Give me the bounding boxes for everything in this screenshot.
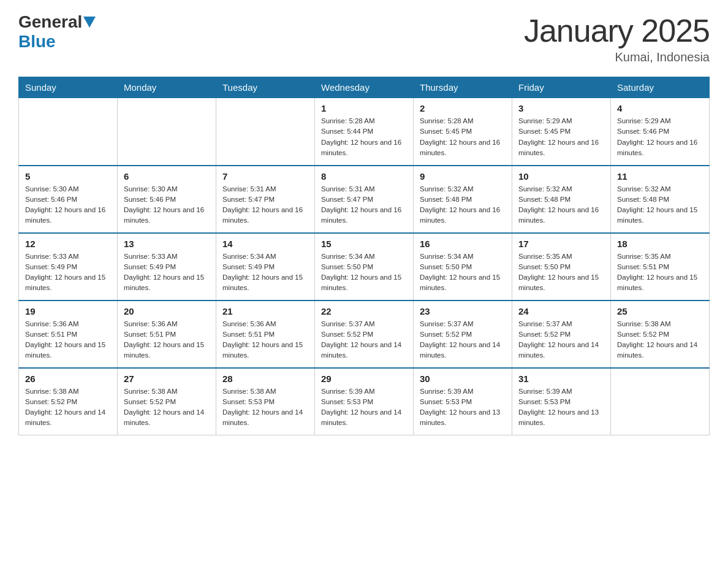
day-info: Sunrise: 5:38 AMSunset: 5:52 PMDaylight:… (124, 386, 210, 429)
day-number: 10 (518, 171, 604, 182)
table-row: 24Sunrise: 5:37 AMSunset: 5:52 PMDayligh… (512, 301, 611, 368)
table-row: 17Sunrise: 5:35 AMSunset: 5:50 PMDayligh… (512, 233, 611, 301)
day-info: Sunrise: 5:32 AMSunset: 5:48 PMDaylight:… (420, 184, 506, 226)
day-number: 8 (321, 171, 407, 182)
day-number: 11 (617, 171, 703, 182)
day-info: Sunrise: 5:35 AMSunset: 5:50 PMDaylight:… (518, 251, 604, 294)
day-number: 7 (222, 171, 308, 182)
table-row: 25Sunrise: 5:38 AMSunset: 5:52 PMDayligh… (611, 301, 710, 368)
day-info: Sunrise: 5:34 AMSunset: 5:50 PMDaylight:… (321, 251, 407, 294)
day-info: Sunrise: 5:39 AMSunset: 5:53 PMDaylight:… (518, 386, 604, 429)
day-number: 14 (222, 239, 308, 249)
day-info: Sunrise: 5:30 AMSunset: 5:46 PMDaylight:… (25, 184, 111, 226)
calendar-table: Sunday Monday Tuesday Wednesday Thursday… (18, 77, 710, 435)
location-label: Kumai, Indonesia (524, 50, 710, 64)
day-info: Sunrise: 5:34 AMSunset: 5:50 PMDaylight:… (420, 251, 506, 294)
logo: General Blue (18, 12, 97, 52)
day-info: Sunrise: 5:36 AMSunset: 5:51 PMDaylight:… (124, 319, 210, 361)
day-info: Sunrise: 5:37 AMSunset: 5:52 PMDaylight:… (420, 319, 506, 361)
table-row: 31Sunrise: 5:39 AMSunset: 5:53 PMDayligh… (512, 368, 611, 435)
calendar-week-row: 1Sunrise: 5:28 AMSunset: 5:44 PMDaylight… (19, 98, 710, 166)
table-row: 5Sunrise: 5:30 AMSunset: 5:46 PMDaylight… (19, 166, 118, 233)
day-number: 9 (420, 171, 506, 182)
col-friday: Friday (512, 77, 611, 98)
table-row: 13Sunrise: 5:33 AMSunset: 5:49 PMDayligh… (118, 233, 216, 301)
table-row: 22Sunrise: 5:37 AMSunset: 5:52 PMDayligh… (315, 301, 414, 368)
day-info: Sunrise: 5:36 AMSunset: 5:51 PMDaylight:… (25, 319, 111, 361)
day-info: Sunrise: 5:29 AMSunset: 5:45 PMDaylight:… (518, 116, 604, 158)
day-number: 26 (25, 373, 111, 384)
day-info: Sunrise: 5:36 AMSunset: 5:51 PMDaylight:… (222, 319, 308, 361)
table-row (19, 98, 118, 166)
col-monday: Monday (118, 77, 216, 98)
day-info: Sunrise: 5:37 AMSunset: 5:52 PMDaylight:… (321, 319, 407, 361)
logo-triangle-icon (83, 17, 96, 28)
table-row: 7Sunrise: 5:31 AMSunset: 5:47 PMDaylight… (216, 166, 315, 233)
calendar-week-row: 5Sunrise: 5:30 AMSunset: 5:46 PMDaylight… (19, 166, 710, 233)
day-info: Sunrise: 5:30 AMSunset: 5:46 PMDaylight:… (124, 184, 210, 226)
day-info: Sunrise: 5:33 AMSunset: 5:49 PMDaylight:… (124, 251, 210, 294)
col-thursday: Thursday (414, 77, 512, 98)
day-number: 3 (518, 103, 604, 113)
col-saturday: Saturday (611, 77, 710, 98)
day-info: Sunrise: 5:38 AMSunset: 5:52 PMDaylight:… (617, 319, 703, 361)
day-info: Sunrise: 5:38 AMSunset: 5:53 PMDaylight:… (222, 386, 308, 429)
day-number: 22 (321, 306, 407, 316)
day-number: 27 (124, 373, 210, 384)
table-row: 20Sunrise: 5:36 AMSunset: 5:51 PMDayligh… (118, 301, 216, 368)
day-number: 29 (321, 373, 407, 384)
table-row: 15Sunrise: 5:34 AMSunset: 5:50 PMDayligh… (315, 233, 414, 301)
day-info: Sunrise: 5:35 AMSunset: 5:51 PMDaylight:… (617, 251, 703, 294)
calendar-week-row: 26Sunrise: 5:38 AMSunset: 5:52 PMDayligh… (19, 368, 710, 435)
day-info: Sunrise: 5:37 AMSunset: 5:52 PMDaylight:… (518, 319, 604, 361)
col-sunday: Sunday (19, 77, 118, 98)
day-number: 16 (420, 239, 506, 249)
day-number: 18 (617, 239, 703, 249)
day-info: Sunrise: 5:39 AMSunset: 5:53 PMDaylight:… (420, 386, 506, 429)
calendar-header-row: Sunday Monday Tuesday Wednesday Thursday… (19, 77, 710, 98)
col-wednesday: Wednesday (315, 77, 414, 98)
table-row: 6Sunrise: 5:30 AMSunset: 5:46 PMDaylight… (118, 166, 216, 233)
day-number: 4 (617, 103, 703, 113)
day-number: 21 (222, 306, 308, 316)
day-number: 25 (617, 306, 703, 316)
table-row: 9Sunrise: 5:32 AMSunset: 5:48 PMDaylight… (414, 166, 512, 233)
day-number: 13 (124, 239, 210, 249)
day-info: Sunrise: 5:28 AMSunset: 5:44 PMDaylight:… (321, 116, 407, 158)
table-row: 16Sunrise: 5:34 AMSunset: 5:50 PMDayligh… (414, 233, 512, 301)
day-info: Sunrise: 5:32 AMSunset: 5:48 PMDaylight:… (518, 184, 604, 226)
day-info: Sunrise: 5:29 AMSunset: 5:46 PMDaylight:… (617, 116, 703, 158)
day-info: Sunrise: 5:39 AMSunset: 5:53 PMDaylight:… (321, 386, 407, 429)
day-number: 24 (518, 306, 604, 316)
table-row: 3Sunrise: 5:29 AMSunset: 5:45 PMDaylight… (512, 98, 611, 166)
table-row: 29Sunrise: 5:39 AMSunset: 5:53 PMDayligh… (315, 368, 414, 435)
day-info: Sunrise: 5:34 AMSunset: 5:49 PMDaylight:… (222, 251, 308, 294)
table-row (216, 98, 315, 166)
table-row: 11Sunrise: 5:32 AMSunset: 5:48 PMDayligh… (611, 166, 710, 233)
table-row: 8Sunrise: 5:31 AMSunset: 5:47 PMDaylight… (315, 166, 414, 233)
table-row: 10Sunrise: 5:32 AMSunset: 5:48 PMDayligh… (512, 166, 611, 233)
table-row: 19Sunrise: 5:36 AMSunset: 5:51 PMDayligh… (19, 301, 118, 368)
table-row: 27Sunrise: 5:38 AMSunset: 5:52 PMDayligh… (118, 368, 216, 435)
table-row: 2Sunrise: 5:28 AMSunset: 5:45 PMDaylight… (414, 98, 512, 166)
table-row: 21Sunrise: 5:36 AMSunset: 5:51 PMDayligh… (216, 301, 315, 368)
col-tuesday: Tuesday (216, 77, 315, 98)
month-title: January 2025 (524, 12, 710, 49)
day-info: Sunrise: 5:28 AMSunset: 5:45 PMDaylight:… (420, 116, 506, 158)
day-number: 31 (518, 373, 604, 384)
day-info: Sunrise: 5:38 AMSunset: 5:52 PMDaylight:… (25, 386, 111, 429)
table-row: 4Sunrise: 5:29 AMSunset: 5:46 PMDaylight… (611, 98, 710, 166)
day-number: 2 (420, 103, 506, 113)
day-info: Sunrise: 5:31 AMSunset: 5:47 PMDaylight:… (321, 184, 407, 226)
logo-blue-text: Blue (18, 32, 56, 52)
table-row: 26Sunrise: 5:38 AMSunset: 5:52 PMDayligh… (19, 368, 118, 435)
table-row: 30Sunrise: 5:39 AMSunset: 5:53 PMDayligh… (414, 368, 512, 435)
table-row (118, 98, 216, 166)
table-row: 14Sunrise: 5:34 AMSunset: 5:49 PMDayligh… (216, 233, 315, 301)
table-row: 12Sunrise: 5:33 AMSunset: 5:49 PMDayligh… (19, 233, 118, 301)
day-number: 23 (420, 306, 506, 316)
day-number: 15 (321, 239, 407, 249)
table-row: 23Sunrise: 5:37 AMSunset: 5:52 PMDayligh… (414, 301, 512, 368)
calendar-week-row: 19Sunrise: 5:36 AMSunset: 5:51 PMDayligh… (19, 301, 710, 368)
day-number: 28 (222, 373, 308, 384)
